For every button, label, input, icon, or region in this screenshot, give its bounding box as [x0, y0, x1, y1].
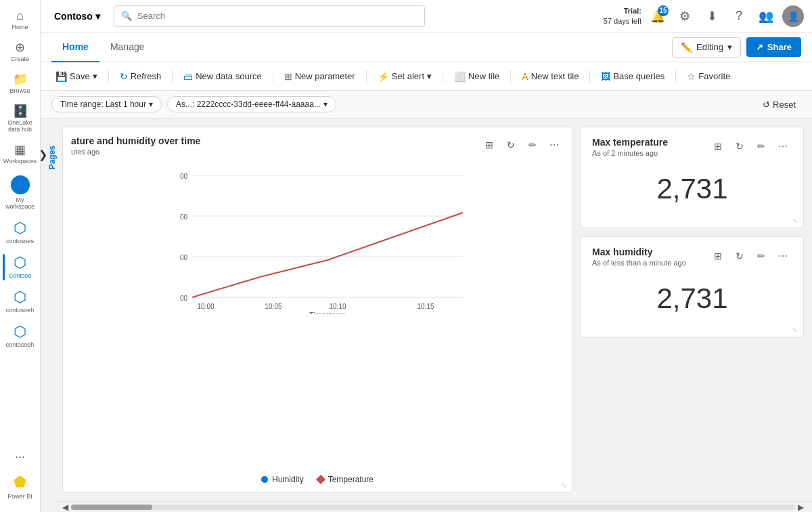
- contosoeh2-icon: ⬡: [14, 324, 26, 339]
- chart-edit-button[interactable]: ✏: [523, 135, 542, 154]
- chart-card-actions: ⊞ ↻ ✏ ⋯: [480, 135, 564, 154]
- svg-text:10:10: 10:10: [329, 303, 346, 310]
- new-text-tile-label: New text tile: [531, 71, 579, 81]
- chart-card: ature and humidity over time utes ago ⊞ …: [62, 127, 572, 493]
- sidebar-home-label: Home: [12, 24, 28, 30]
- sidebar-browse-label: Browse: [9, 87, 30, 94]
- sidebar-create-label: Create: [11, 56, 29, 62]
- kpi-humidity-title: Max humidity: [592, 247, 686, 257]
- base-queries-button[interactable]: 🖼 Base queries: [594, 68, 671, 85]
- kpi-temp-value: 2,731: [592, 160, 792, 218]
- sidebar-powerbi[interactable]: ⬟ Power BI: [3, 469, 38, 504]
- scroll-left-arrow[interactable]: ◀: [60, 503, 71, 512]
- topbar-right: Trial: 57 days left 🔔 15 ⚙ ⬇ ? 👥 👤: [604, 5, 804, 27]
- tab-manage[interactable]: Manage: [99, 33, 156, 62]
- sidebar-powerbi-label: Power BI: [7, 493, 32, 500]
- help-icon: ?: [736, 9, 742, 23]
- new-tile-button[interactable]: ⬜ New tile: [447, 68, 506, 85]
- sidebar-item-browse[interactable]: 📁 Browse: [3, 69, 38, 98]
- sidebar-item-onelake[interactable]: 🗄️ OneLake data hub: [3, 101, 38, 137]
- more-icon: ···: [15, 450, 25, 463]
- time-range-chevron: ▾: [149, 100, 153, 109]
- settings-button[interactable]: ⚙: [674, 5, 696, 27]
- kpi-humidity-resize-handle[interactable]: ⤡: [792, 326, 800, 335]
- sidebar-item-workspaces[interactable]: ▦ Workspaces: [3, 140, 38, 169]
- pages-sidebar[interactable]: ❯ Pages: [41, 119, 54, 512]
- favorite-button[interactable]: ☆ Favorite: [680, 68, 737, 85]
- kpi-temp-edit-button[interactable]: ✏: [752, 137, 771, 156]
- sidebar-item-myworkspace[interactable]: 👤 My workspace: [3, 171, 38, 214]
- divider-2: [172, 70, 173, 83]
- divider-4: [366, 70, 367, 83]
- workspace-selector[interactable]: Contoso ▾: [49, 8, 106, 24]
- divider-7: [589, 70, 590, 83]
- editing-button[interactable]: ✏️ Editing ▾: [672, 37, 741, 58]
- new-datasource-button[interactable]: 🗃 New data source: [177, 68, 269, 85]
- kpi-temp-grid-button[interactable]: ⊞: [708, 137, 727, 156]
- gear-icon: ⚙: [679, 9, 690, 24]
- kpi-temp-more-button[interactable]: ⋯: [773, 137, 792, 156]
- workspace-name: Contoso: [54, 11, 93, 22]
- contosoes-icon: ⬡: [14, 221, 26, 236]
- kpi-humidity-subtitle: As of less than a minute ago: [592, 259, 686, 267]
- legend-humidity: Humidity: [261, 475, 304, 484]
- divider-5: [443, 70, 443, 83]
- sidebar-item-home[interactable]: ⌂ Home: [3, 5, 38, 35]
- reset-button[interactable]: ↺ Reset: [757, 97, 801, 112]
- kpi-humidity-more-button[interactable]: ⋯: [773, 247, 792, 265]
- kpi-humidity-refresh-button[interactable]: ↻: [730, 247, 749, 265]
- scroll-track[interactable]: [71, 505, 795, 510]
- set-alert-button[interactable]: ⚡ Set alert ▾: [371, 68, 438, 85]
- search-bar[interactable]: 🔍: [114, 5, 425, 27]
- sidebar-workspaces-label: Workspaces: [3, 158, 37, 165]
- sidebar-onelake-label: OneLake data hub: [5, 119, 35, 133]
- search-input[interactable]: [137, 11, 418, 21]
- new-text-tile-button[interactable]: A New text tile: [515, 68, 585, 85]
- chart-area: 00 00 00 00: [71, 158, 564, 469]
- refresh-button[interactable]: ↻ Refresh: [113, 68, 168, 85]
- search-icon: 🔍: [121, 11, 132, 21]
- kpi-max-temperature-card: Max temperature As of 2 minutes ago ⊞ ↻ …: [581, 127, 804, 228]
- kpi-humidity-grid-button[interactable]: ⊞: [708, 247, 727, 265]
- user-avatar[interactable]: 👤: [782, 5, 804, 27]
- new-datasource-label: New data source: [196, 71, 262, 81]
- share-button[interactable]: ↗ Share: [746, 37, 801, 57]
- kpi-humidity-edit-button[interactable]: ✏: [752, 247, 771, 265]
- sidebar-item-contosoes[interactable]: ⬡ contosoes: [3, 217, 38, 249]
- horizontal-scrollbar[interactable]: ◀ ▶: [54, 501, 812, 512]
- notification-button[interactable]: 🔔 15: [647, 5, 669, 27]
- kpi-temp-refresh-button[interactable]: ↻: [730, 137, 749, 156]
- chart-more-button[interactable]: ⋯: [545, 135, 564, 154]
- asset-filter[interactable]: As...: 2222cccc-33dd-eeee-ff44-aaaaa... …: [167, 96, 336, 112]
- sidebar-item-contosoeh1[interactable]: ⬡ contosoeh: [3, 286, 38, 318]
- humidity-label: Humidity: [272, 475, 304, 484]
- chart-grid-button[interactable]: ⊞: [480, 135, 499, 154]
- favorite-label: Favorite: [698, 71, 730, 81]
- time-range-filter[interactable]: Time range: Last 1 hour ▾: [51, 96, 162, 112]
- scroll-right-arrow[interactable]: ▶: [795, 503, 807, 512]
- tile-icon: ⬜: [454, 71, 466, 82]
- chart-legend: Humidity Temperature: [71, 475, 564, 484]
- tab-home[interactable]: Home: [51, 33, 99, 62]
- main-content: Contoso ▾ 🔍 Trial: 57 days left 🔔 15 ⚙ ⬇: [41, 0, 812, 512]
- new-parameter-button[interactable]: ⊞ New parameter: [277, 68, 362, 85]
- sidebar-item-contoso[interactable]: ⬡ Contoso: [3, 251, 38, 283]
- chart-refresh-button[interactable]: ↻: [501, 135, 520, 154]
- chart-resize-handle[interactable]: ⤡: [561, 482, 569, 490]
- save-button[interactable]: 💾 Save ▾: [49, 68, 104, 85]
- parameter-icon: ⊞: [284, 71, 292, 82]
- download-button[interactable]: ⬇: [701, 5, 723, 27]
- sidebar-contoso-label: Contoso: [9, 272, 32, 279]
- sidebar-more[interactable]: ···: [3, 446, 38, 467]
- share-people-button[interactable]: 👥: [755, 5, 777, 27]
- scroll-thumb[interactable]: [71, 505, 152, 510]
- svg-text:10:05: 10:05: [265, 303, 281, 310]
- kpi-temp-resize-handle[interactable]: ⤡: [792, 217, 800, 225]
- sidebar-item-contosoeh2[interactable]: ⬡ contosoeh: [3, 320, 38, 352]
- help-button[interactable]: ?: [728, 5, 750, 27]
- pages-toggle-icon[interactable]: ❯: [41, 148, 47, 161]
- sidebar-item-create[interactable]: ⊕ Create: [3, 37, 38, 66]
- reset-icon: ↺: [763, 100, 770, 110]
- workspace-chevron: ▾: [95, 11, 100, 22]
- share-icon: ↗: [756, 42, 763, 52]
